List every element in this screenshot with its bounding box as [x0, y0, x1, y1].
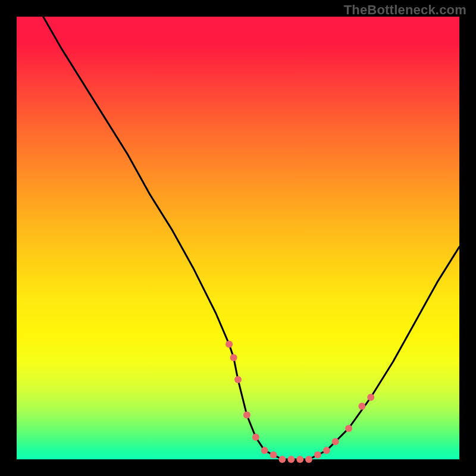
chart-marker	[314, 452, 321, 459]
chart-line	[43, 17, 459, 459]
chart-marker	[332, 438, 339, 445]
chart-marker	[278, 456, 286, 463]
chart-stage: TheBottleneck.com	[0, 0, 476, 476]
chart-marker	[234, 376, 242, 383]
chart-marker	[261, 447, 268, 454]
chart-marker	[358, 403, 365, 410]
chart-marker	[287, 456, 295, 463]
chart-marker	[323, 447, 330, 454]
chart-marker	[367, 394, 374, 401]
chart-plot-area	[17, 17, 459, 459]
chart-marker	[345, 425, 352, 432]
chart-marker	[305, 456, 312, 463]
chart-svg	[17, 17, 459, 459]
chart-marker	[226, 341, 233, 348]
chart-marker	[230, 354, 237, 361]
chart-marker	[270, 452, 277, 459]
chart-markers	[226, 341, 374, 463]
chart-marker	[252, 434, 259, 441]
chart-marker	[243, 412, 250, 419]
chart-marker	[296, 456, 303, 463]
watermark-text: TheBottleneck.com	[344, 2, 466, 18]
